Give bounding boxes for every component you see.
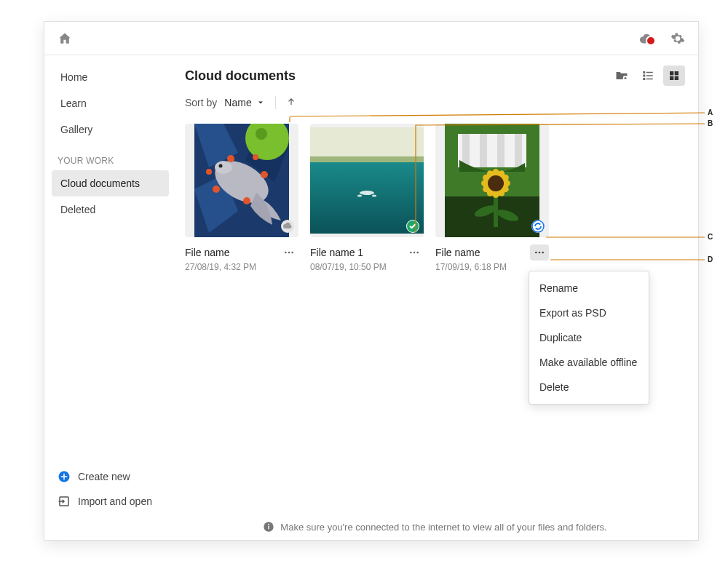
svg-point-38 [372,195,376,197]
file-name: File name [435,247,480,258]
svg-point-25 [261,171,268,178]
svg-point-41 [410,252,412,254]
file-grid: File name 27/08/19, 4:32 PM [185,124,685,272]
svg-point-30 [288,252,290,254]
artwork-sunflower [445,124,539,237]
cloud-status-icon[interactable] [636,27,659,50]
file-more-button[interactable] [280,244,298,260]
sidebar: Home Learn Gallery YOUR WORK Cloud docum… [44,55,172,540]
sort-label: Sort by [185,97,217,108]
svg-point-24 [243,197,250,204]
divider [275,96,276,109]
top-bar [44,22,698,55]
svg-rect-5 [643,75,645,77]
chevron-down-icon [256,98,265,107]
more-horizontal-icon [534,247,545,258]
cloud-only-icon [281,220,294,233]
body: Home Learn Gallery YOUR WORK Cloud docum… [44,55,698,540]
create-new-button[interactable]: Create new [55,464,166,489]
home-icon[interactable] [53,27,76,50]
svg-point-26 [206,169,212,175]
context-menu: Rename Export as PSD Duplicate Make avai… [529,271,649,405]
annotation-label-c: C [708,233,713,241]
view-tools [611,65,685,86]
syncing-icon [531,220,545,233]
svg-rect-10 [675,71,678,75]
sidebar-item-gallery[interactable]: Gallery [52,116,169,143]
svg-point-63 [535,252,537,254]
svg-rect-67 [269,526,269,530]
new-folder-icon[interactable] [611,65,633,86]
file-thumbnail [435,124,549,237]
sidebar-item-home[interactable]: Home [52,64,169,90]
synced-icon [406,220,419,233]
list-view-icon[interactable] [637,65,659,86]
svg-rect-7 [643,78,645,80]
svg-point-68 [268,524,269,525]
svg-point-27 [253,154,258,160]
file-thumbnail [310,124,424,237]
sidebar-item-deleted[interactable]: Deleted [52,196,169,223]
menu-item-delete[interactable]: Delete [529,375,649,399]
main-header: Cloud documents [185,65,685,86]
svg-point-31 [291,252,293,254]
menu-item-export-psd[interactable]: Export as PSD [529,301,649,325]
sort-row: Sort by Name [185,96,685,109]
arrow-up-icon [286,97,296,107]
import-and-open-button[interactable]: Import and open [55,489,166,514]
page-title: Cloud documents [185,68,296,84]
svg-rect-6 [646,75,653,76]
artwork-koi [194,124,289,237]
file-more-button[interactable] [405,244,424,260]
grid-view-icon[interactable] [663,65,685,86]
svg-rect-9 [670,71,673,75]
svg-point-65 [542,252,544,254]
svg-point-64 [539,252,541,254]
svg-rect-49 [497,134,505,167]
file-name: File name 1 [310,247,363,258]
menu-item-rename[interactable]: Rename [529,276,649,301]
svg-point-42 [414,252,416,254]
menu-item-offline[interactable]: Make available offline [529,350,649,375]
app-window: Home Learn Gallery YOUR WORK Cloud docum… [44,21,699,541]
svg-point-37 [357,195,362,197]
file-card[interactable]: File name 27/08/19, 4:32 PM [185,124,298,272]
file-card[interactable]: File name 17/09/19, 6:18 PM [435,124,549,272]
artwork-sea [310,127,424,234]
file-card[interactable]: File name 1 08/07/19, 10:50 PM [310,124,424,272]
svg-rect-12 [675,76,678,80]
frame: Home Learn Gallery YOUR WORK Cloud docum… [0,0,728,561]
file-more-button[interactable] [530,244,549,260]
svg-point-21 [219,164,223,168]
svg-rect-8 [646,79,653,80]
create-new-label: Create new [78,471,130,482]
sidebar-item-learn[interactable]: Learn [52,90,169,116]
import-and-open-label: Import and open [78,496,152,507]
file-thumbnail [185,124,298,237]
info-icon [263,521,274,533]
main: Cloud documents Sort by [172,55,698,540]
sort-direction-button[interactable] [286,97,296,109]
sort-value[interactable]: Name [224,97,264,108]
footer: Make sure you're connected to the intern… [172,514,698,540]
svg-rect-3 [643,71,645,73]
sidebar-bottom: Create new Import and open [49,464,172,531]
svg-point-36 [360,191,374,195]
footer-message: Make sure you're connected to the intern… [280,522,606,533]
svg-rect-48 [480,134,487,167]
sidebar-item-cloud-documents[interactable]: Cloud documents [52,170,169,196]
file-timestamp: 27/08/19, 4:32 PM [185,262,298,272]
more-horizontal-icon [283,247,295,258]
svg-point-62 [532,220,544,232]
svg-rect-4 [646,72,653,73]
svg-rect-11 [670,76,673,80]
svg-point-23 [213,186,220,193]
svg-rect-45 [445,196,539,237]
svg-point-29 [285,252,287,254]
svg-point-20 [215,161,232,174]
gear-icon[interactable] [666,27,689,50]
annotation-label-b: B [708,119,713,127]
file-timestamp: 08/07/19, 10:50 PM [310,262,424,272]
annotation-label-d: D [708,255,713,263]
menu-item-duplicate[interactable]: Duplicate [529,325,649,350]
